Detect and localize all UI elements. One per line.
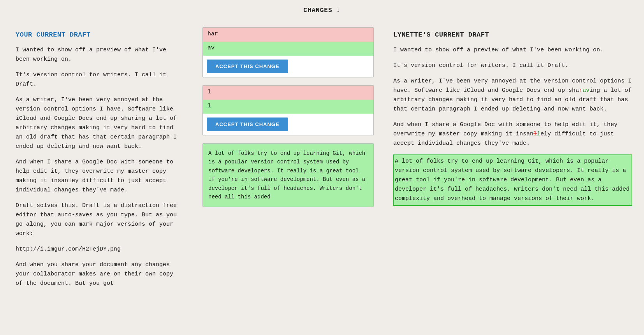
left-para-5: Draft solves this. Draft is a distractio…	[16, 201, 183, 239]
left-para-2: It's version control for writers. I call…	[16, 70, 183, 89]
changes-title: CHANGES	[303, 7, 332, 14]
change1-removed: har	[203, 28, 373, 42]
left-panel-title: YOUR CURRENT DRAFT	[16, 31, 183, 39]
left-para-1: I wanted to show off a preview of what I…	[16, 46, 183, 64]
right-added-block: A lot of folks try to end up learning Gi…	[393, 154, 632, 206]
left-para-7: And when you share your document any cha…	[16, 260, 183, 288]
change2-added: l	[203, 100, 373, 114]
down-arrow-icon: ↓	[336, 7, 341, 14]
right-para3-strike: r	[579, 87, 582, 94]
right-para4-strike: l	[533, 131, 537, 137]
right-para-4: And when I share a Google Doc with someo…	[393, 120, 632, 148]
right-draft-text: I wanted to show off a preview of what I…	[393, 46, 632, 206]
change1-added: av	[203, 42, 373, 56]
change-box-1: har av ACCEPT THIS CHANGE	[202, 27, 374, 77]
right-para4-ins: l	[537, 131, 540, 137]
change-box-2: l l ACCEPT THIS CHANGE	[202, 85, 374, 135]
left-draft-text: I wanted to show off a preview of what I…	[16, 46, 183, 288]
left-para-3: As a writer, I've been very annoyed at t…	[16, 95, 183, 151]
right-para-1: I wanted to show off a preview of what I…	[393, 46, 632, 55]
accept-change-2-button[interactable]: ACCEPT THIS CHANGE	[207, 118, 288, 131]
left-panel: YOUR CURRENT DRAFT I wanted to show off …	[0, 19, 195, 335]
accept-change-1-button[interactable]: ACCEPT THIS CHANGE	[207, 60, 288, 73]
right-para-3: As a writer, I've been very annoyed at t…	[393, 77, 632, 114]
left-para-6: http://i.imgur.com/H2TejDY.png	[16, 245, 183, 254]
top-header: CHANGES ↓	[0, 0, 644, 19]
change3-text-block: A lot of folks try to end up learning Gi…	[202, 143, 374, 207]
center-panel: har av ACCEPT THIS CHANGE l l ACCEPT THI…	[195, 19, 382, 335]
right-panel: LYNETTE'S CURRENT DRAFT I wanted to show…	[382, 19, 644, 335]
right-panel-title: LYNETTE'S CURRENT DRAFT	[393, 31, 632, 39]
change2-removed: l	[203, 86, 373, 100]
right-para3-ins: av	[582, 87, 589, 94]
right-para-2: It's version control for writers. I call…	[393, 61, 632, 70]
left-para-4: And when I share a Google Doc with someo…	[16, 158, 183, 195]
